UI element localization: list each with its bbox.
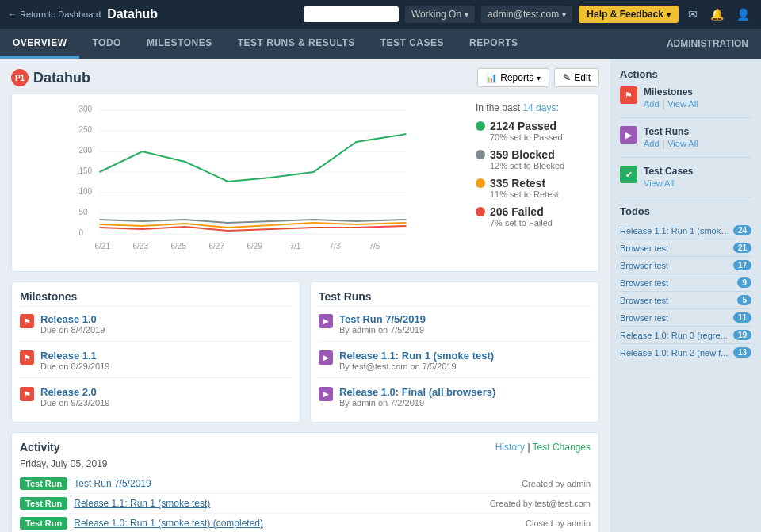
svg-text:150: 150 bbox=[79, 166, 93, 175]
todo-item: Release 1.1: Run 1 (smoke ... 24 bbox=[620, 222, 751, 239]
nav-todo[interactable]: TODO bbox=[79, 29, 133, 59]
nav-administration[interactable]: ADMINISTRATION bbox=[654, 29, 761, 59]
passed-dot bbox=[476, 121, 485, 131]
activity-item-link[interactable]: Release 1.1: Run 1 (smoke test) bbox=[74, 498, 483, 509]
todo-name[interactable]: Browser test bbox=[620, 243, 733, 253]
svg-text:50: 50 bbox=[79, 208, 89, 216]
activity-row: Test Run Release 1.1: Run 1 (smoke test)… bbox=[20, 494, 591, 514]
retest-dot bbox=[476, 178, 485, 188]
milestone-icon bbox=[20, 314, 34, 328]
line-chart: 300 250 200 150 100 50 0 bbox=[20, 102, 468, 261]
todo-name[interactable]: Browser test bbox=[620, 313, 733, 323]
testrun-by: By test@test.com on 7/5/2019 bbox=[339, 362, 494, 371]
testrun-by: By admin on 7/5/2019 bbox=[339, 325, 426, 335]
chart-container: 300 250 200 150 100 50 0 bbox=[11, 94, 599, 272]
retest-pct: 11% set to Retest bbox=[490, 189, 559, 199]
milestone-icon bbox=[20, 387, 34, 401]
left-panel: P1 Datahub Reports Edit 300 250 200 150 … bbox=[0, 59, 610, 532]
todo-item: Release 1.0: Run 2 (new f... 13 bbox=[620, 344, 751, 361]
email-icon[interactable]: ✉ bbox=[685, 8, 701, 21]
activity-section: Activity History | Test Changes Friday, … bbox=[11, 432, 599, 532]
testruns-section: Test Runs Test Run 7/5/2019 By admin on … bbox=[310, 281, 599, 423]
testrun-name[interactable]: Release 1.0: Final (all browsers) bbox=[339, 386, 495, 398]
milestone-name[interactable]: Release 1.1 bbox=[40, 350, 109, 362]
milestone-item: Release 1.1 Due on 8/29/2019 bbox=[20, 350, 292, 378]
action-testrun-name: Test Runs bbox=[644, 126, 698, 137]
milestones-view-link[interactable]: View All bbox=[667, 99, 698, 109]
failed-pct: 7% set to Failed bbox=[490, 218, 553, 228]
activity-item-link[interactable]: Release 1.0: Run 1 (smoke test) (complet… bbox=[74, 518, 519, 529]
working-on-dropdown[interactable]: Working On bbox=[405, 6, 475, 23]
history-link[interactable]: History bbox=[495, 442, 525, 453]
todo-count: 21 bbox=[733, 243, 751, 253]
svg-text:100: 100 bbox=[79, 187, 93, 196]
stat-retest: 335 Retest 11% set to Retest bbox=[476, 177, 591, 199]
todo-name[interactable]: Release 1.0: Run 2 (new f... bbox=[620, 348, 733, 358]
activity-action: Created by test@test.com bbox=[490, 499, 591, 508]
nav-testcases[interactable]: TEST CASES bbox=[368, 29, 457, 59]
milestone-icon bbox=[20, 350, 34, 365]
right-panel: Actions Milestones Add | View All Test R… bbox=[610, 59, 761, 532]
activity-links: History | Test Changes bbox=[495, 442, 591, 453]
days-link[interactable]: 14 days bbox=[522, 102, 556, 113]
milestones-add-link[interactable]: Add bbox=[644, 99, 660, 109]
nav-bar: OVERVIEW TODO MILESTONES TEST RUNS & RES… bbox=[0, 29, 761, 59]
todo-name[interactable]: Browser test bbox=[620, 261, 733, 270]
test-changes-link[interactable]: Test Changes bbox=[533, 442, 591, 453]
page-header: P1 Datahub Reports Edit bbox=[11, 68, 599, 87]
todo-name[interactable]: Release 1.0: Run 3 (regre... bbox=[620, 331, 733, 340]
todo-count: 17 bbox=[733, 260, 751, 270]
nav-testruns[interactable]: TEST RUNS & RESULTS bbox=[225, 29, 368, 59]
bell-icon[interactable]: 🔔 bbox=[707, 8, 727, 21]
main-content: P1 Datahub Reports Edit 300 250 200 150 … bbox=[0, 59, 761, 532]
testrun-name[interactable]: Test Run 7/5/2019 bbox=[339, 313, 426, 325]
activity-date: Friday, July 05, 2019 bbox=[20, 458, 591, 469]
reports-button[interactable]: Reports bbox=[477, 68, 549, 87]
todo-name[interactable]: Browser test bbox=[620, 278, 737, 288]
testrun-item: Test Run 7/5/2019 By admin on 7/5/2019 bbox=[319, 313, 591, 342]
stat-blocked: 359 Blocked 12% set to Blocked bbox=[476, 148, 591, 170]
testruns-view-link[interactable]: View All bbox=[667, 139, 698, 148]
nav-overview[interactable]: OVERVIEW bbox=[0, 29, 79, 59]
stat-failed: 206 Failed 7% set to Failed bbox=[476, 205, 591, 228]
testrun-name[interactable]: Release 1.1: Run 1 (smoke test) bbox=[339, 350, 494, 362]
todo-name[interactable]: Release 1.1: Run 1 (smoke ... bbox=[620, 226, 733, 235]
milestone-due: Due on 8/4/2019 bbox=[40, 325, 105, 335]
blocked-count: 359 Blocked bbox=[490, 148, 564, 161]
todo-item: Release 1.0: Run 3 (regre... 19 bbox=[620, 327, 751, 344]
passed-pct: 70% set to Passed bbox=[490, 132, 563, 142]
todos-title: Todos bbox=[620, 205, 751, 217]
testruns-add-link[interactable]: Add bbox=[644, 139, 660, 148]
top-bar: Return to Dashboard Datahub Working On a… bbox=[0, 0, 761, 29]
milestone-due: Due on 9/23/2019 bbox=[40, 398, 109, 408]
activity-item-link[interactable]: Test Run 7/5/2019 bbox=[74, 478, 515, 489]
failed-dot bbox=[476, 207, 485, 216]
past-label: In the past 14 days: bbox=[476, 102, 591, 113]
todo-count: 19 bbox=[733, 330, 751, 340]
todo-name[interactable]: Browser test bbox=[620, 296, 737, 305]
user-icon[interactable]: 👤 bbox=[733, 8, 753, 21]
chart-area: 300 250 200 150 100 50 0 bbox=[20, 102, 468, 263]
nav-reports[interactable]: REPORTS bbox=[457, 29, 531, 59]
retest-count: 335 Retest bbox=[490, 177, 559, 189]
svg-text:6/21: 6/21 bbox=[95, 242, 111, 251]
activity-badge: Test Run bbox=[20, 517, 67, 530]
testcase-action-icon bbox=[620, 166, 637, 183]
help-button[interactable]: Help & Feedback bbox=[579, 6, 679, 23]
todo-item: Browser test 9 bbox=[620, 274, 751, 292]
todo-item: Browser test 11 bbox=[620, 309, 751, 327]
action-milestones: Milestones Add | View All bbox=[620, 86, 751, 118]
action-testcase-name: Test Cases bbox=[644, 166, 693, 177]
testrun-item: Release 1.1: Run 1 (smoke test) By test@… bbox=[319, 350, 591, 378]
blocked-dot bbox=[476, 150, 485, 159]
nav-milestones[interactable]: MILESTONES bbox=[134, 29, 225, 59]
edit-button[interactable]: Edit bbox=[554, 68, 599, 87]
milestone-name[interactable]: Release 1.0 bbox=[40, 313, 105, 325]
search-input[interactable] bbox=[304, 6, 399, 22]
stat-passed: 2124 Passed 70% set to Passed bbox=[476, 120, 591, 142]
milestone-name[interactable]: Release 2.0 bbox=[40, 386, 109, 398]
return-link[interactable]: Return to Dashboard bbox=[8, 10, 101, 19]
testcases-view-link[interactable]: View All bbox=[644, 178, 674, 188]
testruns-title: Test Runs bbox=[319, 290, 591, 307]
admin-user-dropdown[interactable]: admin@test.com bbox=[481, 6, 572, 23]
